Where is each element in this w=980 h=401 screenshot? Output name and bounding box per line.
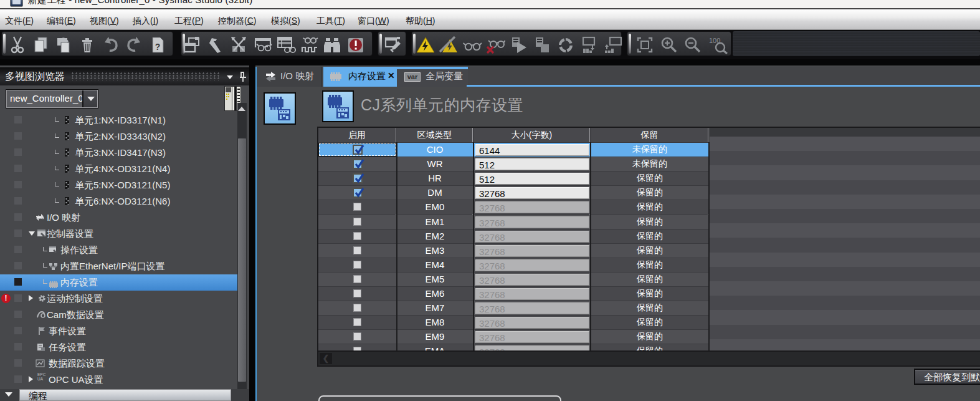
svg-text:EPC: EPC <box>37 372 46 377</box>
svg-text:UA: UA <box>37 377 44 381</box>
svg-text:?: ? <box>155 42 161 52</box>
